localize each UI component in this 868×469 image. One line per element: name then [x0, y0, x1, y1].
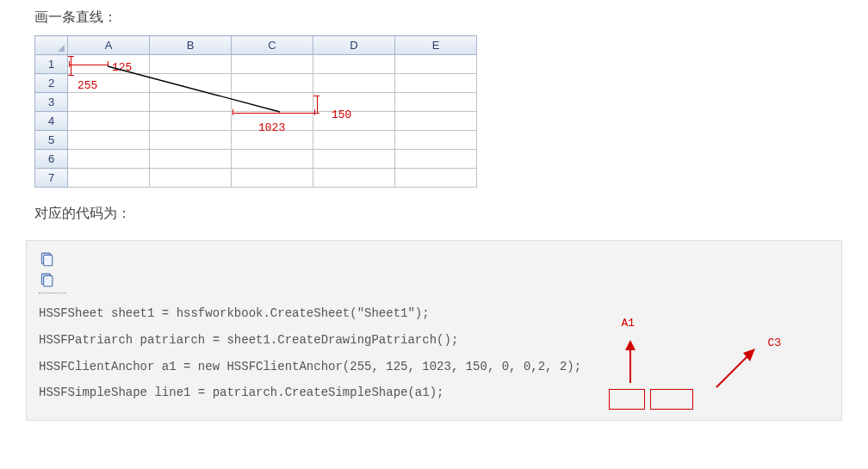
cell-c1: [232, 55, 313, 74]
cell-b4: [150, 112, 232, 131]
svg-rect-2: [44, 255, 53, 265]
spreadsheet-grid: A B C D E 1 2 3 4 5 6 7: [34, 35, 477, 188]
row-head-7: 7: [35, 169, 68, 188]
copy-icon[interactable]: [39, 251, 54, 267]
arrow-diag-icon: [712, 344, 760, 392]
svg-line-7: [716, 353, 751, 387]
cell-b2: [150, 74, 232, 93]
cell-e1: [395, 55, 477, 74]
cell-d1: [313, 55, 395, 74]
cell-e4: [395, 112, 477, 131]
select-all-corner: [35, 36, 68, 55]
cell-d7: [313, 169, 395, 188]
spreadsheet-figure: A B C D E 1 2 3 4 5 6 7 125 255 1023: [0, 35, 868, 188]
cell-e7: [395, 169, 477, 188]
box-00: [609, 389, 645, 410]
col-head-d: D: [313, 36, 395, 55]
cell-c4: [232, 112, 313, 131]
cell-b5: [150, 131, 232, 150]
cell-e6: [395, 150, 477, 169]
cell-d5: [313, 131, 395, 150]
cell-c5: [232, 131, 313, 150]
cell-c6: [232, 150, 313, 169]
svg-rect-4: [44, 275, 53, 286]
cell-a4: [68, 112, 150, 131]
row-head-4: 4: [35, 112, 68, 131]
cell-d2: [313, 74, 395, 93]
arrow-up-icon: [622, 340, 639, 387]
code-block: HSSFSheet sheet1 = hssfworkbook.CreateSh…: [26, 240, 842, 421]
code-line-1: HSSFSheet sheet1 = hssfworkbook.CreateSh…: [39, 300, 829, 327]
code-line-4: HSSFSimpleShape line1 = patriarch.Create…: [39, 380, 829, 406]
cell-d3: [313, 93, 395, 112]
cell-a3: [68, 93, 150, 112]
svg-marker-6: [625, 340, 636, 350]
code-line-2: HSSFPatriarch patriarch = sheet1.CreateD…: [39, 327, 829, 354]
cell-a6: [68, 150, 150, 169]
cell-a7: [68, 169, 150, 188]
cell-d4: [313, 112, 395, 131]
row-head-3: 3: [35, 93, 68, 112]
row-head-5: 5: [35, 131, 68, 150]
cell-a1: [68, 55, 150, 74]
cell-c3: [232, 93, 313, 112]
copy-icon-2[interactable]: [39, 272, 54, 287]
col-head-a: A: [68, 36, 150, 55]
cell-e2: [395, 74, 477, 93]
cell-b1: [150, 55, 232, 74]
box-22: [650, 389, 693, 410]
cell-e5: [395, 131, 477, 150]
separator-dots: [39, 293, 66, 293]
col-head-e: E: [395, 36, 477, 55]
cell-d6: [313, 150, 395, 169]
row-head-6: 6: [35, 150, 68, 169]
code-line-3: HSSFClientAnchor a1 = new HSSFClientAnch…: [39, 354, 829, 380]
cell-b6: [150, 150, 232, 169]
cell-b3: [150, 93, 232, 112]
cell-b7: [150, 169, 232, 188]
cell-a2: [68, 74, 150, 93]
heading-code: 对应的代码为：: [0, 188, 868, 231]
annot-a1: A1: [621, 312, 635, 336]
row-head-1: 1: [35, 55, 68, 74]
row-head-2: 2: [35, 74, 68, 93]
cell-c7: [232, 169, 313, 188]
cell-a5: [68, 131, 150, 150]
col-head-b: B: [150, 36, 232, 55]
annot-c3: C3: [767, 331, 781, 356]
col-head-c: C: [232, 36, 313, 55]
cell-e3: [395, 93, 477, 112]
heading-draw-line: 画一条直线：: [0, 0, 868, 35]
cell-c2: [232, 74, 313, 93]
